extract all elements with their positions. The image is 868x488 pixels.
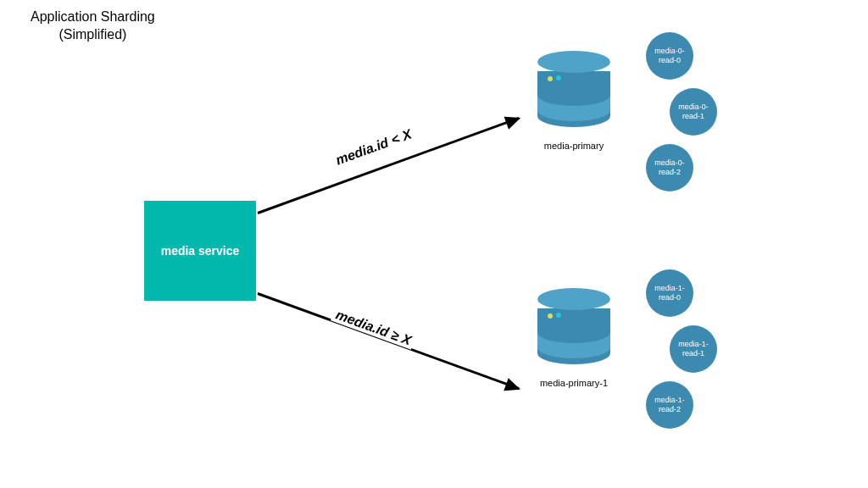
replica-node: media-0-read-0: [646, 32, 693, 80]
edge-label-top: media.id < X: [331, 125, 417, 169]
replica-node: media-1-read-1: [670, 325, 717, 373]
shard-0-primary-label: media-primary: [537, 141, 610, 151]
edge-label-bottom: media.id ≥ X: [331, 306, 416, 350]
shard-1-primary-label: media-primary-1: [537, 378, 610, 388]
diagram-title: Application Sharding (Simplified): [31, 8, 155, 44]
database-icon: [537, 288, 610, 373]
media-service-node: media service: [144, 201, 256, 301]
shard-1-replicas: media-1-read-0 media-1-read-1 media-1-re…: [646, 269, 717, 429]
replica-node: media-0-read-2: [646, 144, 693, 191]
arrow-to-shard-0: [257, 117, 519, 214]
media-service-label: media service: [161, 244, 240, 258]
title-line-1: Application Sharding: [31, 8, 155, 26]
shard-1-cluster: media-primary-1 media-1-read-0 media-1-r…: [537, 288, 610, 388]
replica-node: media-0-read-1: [670, 88, 717, 136]
replica-node: media-1-read-0: [646, 269, 693, 317]
title-line-2: (Simplified): [31, 26, 155, 44]
replica-node: media-1-read-2: [646, 381, 693, 429]
database-icon: [537, 51, 610, 136]
shard-0-cluster: media-primary media-0-read-0 media-0-rea…: [537, 51, 610, 151]
shard-0-replicas: media-0-read-0 media-0-read-1 media-0-re…: [646, 32, 717, 191]
